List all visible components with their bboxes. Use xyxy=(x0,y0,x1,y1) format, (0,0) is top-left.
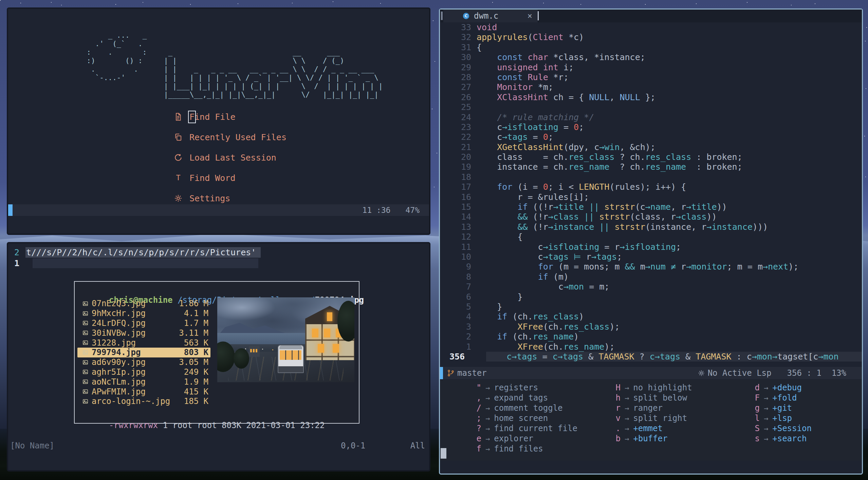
arrow-right-icon: → xyxy=(625,384,629,392)
code-line[interactable]: 27 Monitor *m; xyxy=(440,82,862,92)
whichkey-binding: .→+emmet xyxy=(608,423,692,433)
code-line[interactable]: 19 instance = ch.res_name ? ch.res_name … xyxy=(440,162,862,172)
whichkey-key: / xyxy=(468,403,481,413)
file-row[interactable]: 9hMxcHr.jpg4.1 M xyxy=(77,309,210,318)
arrow-right-icon: → xyxy=(764,424,768,433)
code-line[interactable]: 4 if (ch.res_class) xyxy=(440,312,862,321)
code-line[interactable]: 17 for (i = 0; i < LENGTH(rules); i++) { xyxy=(440,182,862,192)
whichkey-key: , xyxy=(468,393,481,403)
image-file-icon xyxy=(82,388,92,395)
file-size: 415 K xyxy=(170,387,208,396)
buffer-line-current[interactable]: 1 xyxy=(8,258,19,269)
file-meta: 1 root root 803K 2021-03-01 23:22 xyxy=(158,421,325,430)
code-line-text: /* rule matching */ xyxy=(477,112,862,122)
menu-item-label: Find Word xyxy=(189,173,235,183)
file-row[interactable]: 07nEzQ3.jpg1.86 M xyxy=(77,299,210,309)
code-line[interactable]: 1 XFree(ch.res_name); xyxy=(440,342,862,352)
code-line[interactable]: 26 XClassHint ch = { NULL, NULL }; xyxy=(440,92,862,102)
code-line-text: } xyxy=(477,292,862,302)
whichkey-binding: g→+git xyxy=(747,403,812,413)
code-line[interactable]: 25 xyxy=(440,102,862,112)
whichkey-key: h xyxy=(608,393,621,403)
code-line[interactable]: 30 const char *class, *instance; xyxy=(440,52,862,62)
arrow-right-icon: → xyxy=(625,435,629,443)
line-number: 2 xyxy=(8,247,19,257)
code-line[interactable]: 28 const Rule *r; xyxy=(440,72,862,82)
code-line[interactable]: 9 for (m = mons; m && m→num ≠ r→monitor;… xyxy=(440,262,862,272)
code-line-text: } xyxy=(477,302,862,312)
whichkey-label: +Session xyxy=(772,424,812,433)
code-line[interactable]: 15 if ((!r→title || strstr(c→name, r→tit… xyxy=(440,202,862,212)
code-line[interactable]: 14 && (!r→class || strstr(class, r→class… xyxy=(440,212,862,222)
file-name: 07nEzQ3.jpg xyxy=(92,299,170,308)
file-row[interactable]: aoNcTLm.jpg1.9 M xyxy=(77,377,210,387)
line-number: 27 xyxy=(440,82,471,92)
file-row[interactable]: arco-login-~.jpg185 K xyxy=(77,396,210,406)
arrow-right-icon: → xyxy=(764,435,768,443)
code-line[interactable]: 10 c→tags ⊨ r→tags; xyxy=(440,252,862,262)
arrow-right-icon: → xyxy=(485,445,490,453)
code-line[interactable]: 5 } xyxy=(440,302,862,312)
file-row[interactable]: 24LrDFQ.jpg1.7 M xyxy=(77,318,210,328)
line-number: 14 xyxy=(440,212,471,222)
file-row[interactable]: 31228.jpg563 K xyxy=(77,338,210,348)
tab-dwm-c[interactable]: C dwm.c × xyxy=(443,10,538,22)
arrow-right-icon: → xyxy=(625,424,629,433)
code-line-text: applyrules(Client *c) xyxy=(477,32,862,42)
code-line-text: const Rule *r; xyxy=(477,72,862,82)
arrow-right-icon: → xyxy=(764,384,768,392)
code-line[interactable]: 13 && (!r→instance || strstr(instance, r… xyxy=(440,222,862,232)
code-line[interactable]: 11 c→isfloating = r→isfloating; xyxy=(440,242,862,252)
file-size: 803 K xyxy=(170,348,208,357)
menu-item-load-last-session[interactable]: Load Last Session xyxy=(174,151,276,164)
code-line[interactable]: 24 /* rule matching */ xyxy=(440,112,862,122)
code-line[interactable]: 21 XGetClassHint(dpy, c→win, &ch); xyxy=(440,142,862,152)
file-name: aghr5Ip.jpg xyxy=(92,367,170,377)
menu-item-find-file[interactable]: Find File xyxy=(174,111,235,123)
code-line[interactable]: 3 XFree(ch.res_class); xyxy=(440,322,862,332)
code-line[interactable]: 2 if (ch.res_name) xyxy=(440,332,862,341)
code-line[interactable]: 29 unsigned int i; xyxy=(440,62,862,72)
menu-item-recently-used-files[interactable]: Recently Used Files xyxy=(174,131,287,143)
file-permissions-line: -rwxrwxrwx 1 root root 803K 2021-03-01 2… xyxy=(79,411,325,440)
whichkey-label: +fold xyxy=(772,393,797,403)
code-line[interactable]: 6 } xyxy=(440,292,862,302)
code-line[interactable]: 33void xyxy=(440,22,862,32)
line-number: 21 xyxy=(440,142,471,152)
file-size: 3.05 M xyxy=(170,357,208,367)
code-line[interactable]: 8 if (m) xyxy=(440,272,862,282)
code-line[interactable]: 23 c→isfloating = 0; xyxy=(440,122,862,132)
line-number: 24 xyxy=(440,112,471,122)
code-line[interactable]: 12 { xyxy=(440,232,862,242)
code-line-current[interactable]: 356 c→tags = c→tags & TAGMASK ? c→tags &… xyxy=(440,352,862,362)
file-row-selected[interactable]: 799794.jpg803 K xyxy=(77,348,210,357)
code-line[interactable]: 7 c→mon = m; xyxy=(440,282,862,292)
code-line[interactable]: 16 r = &rules[i]; xyxy=(440,192,862,202)
code-line[interactable]: 18 xyxy=(440,172,862,182)
code-line[interactable]: 20 class = ch.res_class ? ch.res_class :… xyxy=(440,152,862,162)
buffer-name: [No Name] xyxy=(10,441,54,450)
line-number: 13 xyxy=(440,222,471,232)
menu-item-find-word[interactable]: TFind Word xyxy=(174,172,235,184)
code-line-text: { xyxy=(477,42,862,52)
lunarvim-dashboard-window: _ ... _ .' (_` . : . : _ __ ___ :) () : … xyxy=(7,7,430,235)
arrow-right-icon: → xyxy=(625,394,629,402)
whichkey-key: . xyxy=(608,424,621,433)
menu-item-settings[interactable]: Settings xyxy=(174,192,230,204)
code-line-text: if (m) xyxy=(477,272,862,282)
code-line[interactable]: 22 c→tags = 0; xyxy=(440,132,862,142)
line-number: 25 xyxy=(440,102,471,112)
line-number: 2 xyxy=(440,332,471,341)
file-row[interactable]: APwFMIM.jpg415 K xyxy=(77,387,210,396)
file-row[interactable]: aghr5Ip.jpg249 K xyxy=(77,367,210,377)
preview-window xyxy=(312,329,318,337)
code-line-text: for (i = 0; i < LENGTH(rules); i++) { xyxy=(477,182,862,192)
code-line[interactable]: 31{ xyxy=(440,42,862,52)
buffer-line[interactable]: 2 t///s/P//2/h/c/.l/s/n/s/p/p/s/r/r/s/Pi… xyxy=(8,247,261,258)
file-row[interactable]: 30iNVBw.jpg3.11 M xyxy=(77,328,210,338)
arrow-right-icon: → xyxy=(485,424,490,433)
line-number: 19 xyxy=(440,162,471,172)
file-row[interactable]: ad6v90y.jpg3.05 M xyxy=(77,357,210,367)
code-line[interactable]: 32applyrules(Client *c) xyxy=(440,32,862,42)
tab-close-icon[interactable]: × xyxy=(528,11,532,21)
